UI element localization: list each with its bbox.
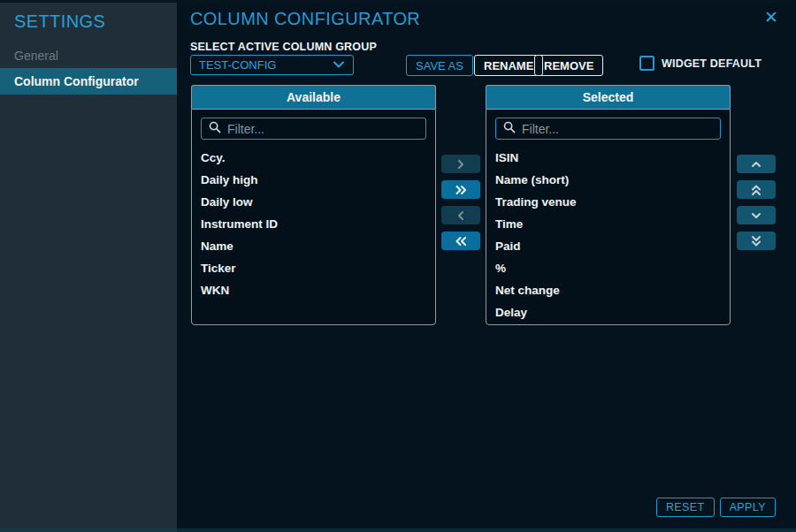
page-title: COLUMN CONFIGURATOR <box>190 9 420 29</box>
list-item[interactable]: Ticker <box>192 257 435 279</box>
move-top-button[interactable] <box>737 180 776 199</box>
available-panel-body: Ccy.Daily highDaily lowInstrument IDName… <box>191 109 436 325</box>
dual-list-region: Available Ccy.Daily highDaily lowInstrum… <box>191 85 776 325</box>
settings-sidebar: SETTINGS General Column Configurator <box>0 0 177 532</box>
search-icon <box>209 121 221 137</box>
available-panel: Available Ccy.Daily highDaily lowInstrum… <box>191 85 436 325</box>
active-column-group-label: SELECT ACTIVE COLUMN GROUP <box>190 41 377 53</box>
list-item[interactable]: Name <box>192 235 435 257</box>
search-icon <box>503 121 516 137</box>
column-group-select[interactable]: TEST-CONFIG <box>190 55 354 75</box>
list-item[interactable]: Ccy. <box>192 147 435 169</box>
list-item[interactable]: Instrument ID <box>192 213 435 235</box>
chevron-down-icon <box>751 211 762 220</box>
list-item[interactable]: Name (short) <box>486 169 730 191</box>
move-down-button[interactable] <box>737 206 776 224</box>
list-item[interactable]: Delay <box>486 301 730 323</box>
chevron-right-icon <box>455 159 466 170</box>
available-filter-input[interactable] <box>227 122 418 136</box>
list-item[interactable]: Paid <box>486 235 730 257</box>
move-all-left-button[interactable] <box>441 232 480 250</box>
widget-default-checkbox-group[interactable]: WIDGET DEFAULT <box>639 56 762 71</box>
apply-button[interactable]: APPLY <box>720 498 776 517</box>
list-item[interactable]: ISIN <box>486 147 730 169</box>
chevron-down-icon <box>333 58 345 72</box>
remove-button[interactable]: REMOVE <box>534 55 603 76</box>
list-item[interactable]: Trading venue <box>486 191 730 213</box>
window-bottom-edge <box>0 528 796 532</box>
list-item[interactable]: Daily high <box>192 169 435 191</box>
double-chevron-right-icon <box>455 185 468 195</box>
window-top-edge <box>0 0 796 3</box>
move-right-button[interactable] <box>441 155 480 173</box>
selected-list: ISINName (short)Trading venueTimePaid%Ne… <box>486 147 730 323</box>
available-panel-header: Available <box>191 85 436 109</box>
move-all-right-button[interactable] <box>441 180 480 199</box>
reorder-buttons <box>737 85 776 250</box>
double-chevron-down-icon <box>751 235 762 247</box>
sidebar-item-general[interactable]: General <box>0 43 177 68</box>
column-configurator-panel: COLUMN CONFIGURATOR ✕ SELECT ACTIVE COLU… <box>177 0 796 532</box>
close-icon[interactable]: ✕ <box>764 8 778 27</box>
save-as-button[interactable]: SAVE AS <box>406 55 473 76</box>
double-chevron-up-icon <box>751 184 762 196</box>
available-filter[interactable] <box>201 118 426 140</box>
move-left-button[interactable] <box>441 206 480 224</box>
list-item[interactable]: Net change <box>486 279 730 301</box>
dialog-footer: RESET APPLY <box>656 498 776 517</box>
widget-default-label: WIDGET DEFAULT <box>662 57 762 70</box>
selected-panel-body: ISINName (short)Trading venueTimePaid%Ne… <box>486 109 731 325</box>
sidebar-nav: General Column Configurator <box>0 43 177 95</box>
selected-filter-input[interactable] <box>522 122 713 136</box>
list-item[interactable]: % <box>486 257 730 279</box>
widget-default-checkbox[interactable] <box>639 56 654 71</box>
sidebar-title: SETTINGS <box>0 0 177 32</box>
sidebar-item-column-configurator[interactable]: Column Configurator <box>0 68 177 95</box>
column-group-select-value: TEST-CONFIG <box>199 58 276 72</box>
list-item[interactable]: Daily low <box>192 191 435 213</box>
list-item[interactable]: Time <box>486 213 730 235</box>
move-up-button[interactable] <box>737 155 776 173</box>
selected-panel-header: Selected <box>486 85 731 109</box>
chevron-left-icon <box>455 210 466 221</box>
double-chevron-left-icon <box>455 236 468 247</box>
rename-button[interactable]: RENAME <box>474 55 543 76</box>
sidebar-item-label: Column Configurator <box>14 74 139 88</box>
list-item[interactable]: WKN <box>192 279 435 301</box>
chevron-up-icon <box>751 160 762 169</box>
sidebar-item-label: General <box>14 49 58 63</box>
transfer-buttons <box>441 85 480 250</box>
selected-filter[interactable] <box>495 118 721 140</box>
settings-dialog: SETTINGS General Column Configurator COL… <box>0 0 796 532</box>
group-controls-row: TEST-CONFIG SAVE AS RENAME REMOVE WIDGET… <box>190 55 796 78</box>
move-bottom-button[interactable] <box>737 232 776 250</box>
available-list: Ccy.Daily highDaily lowInstrument IDName… <box>192 147 435 301</box>
reset-button[interactable]: RESET <box>656 498 715 517</box>
selected-panel: Selected ISINName (short)Trading venueTi… <box>486 85 731 325</box>
